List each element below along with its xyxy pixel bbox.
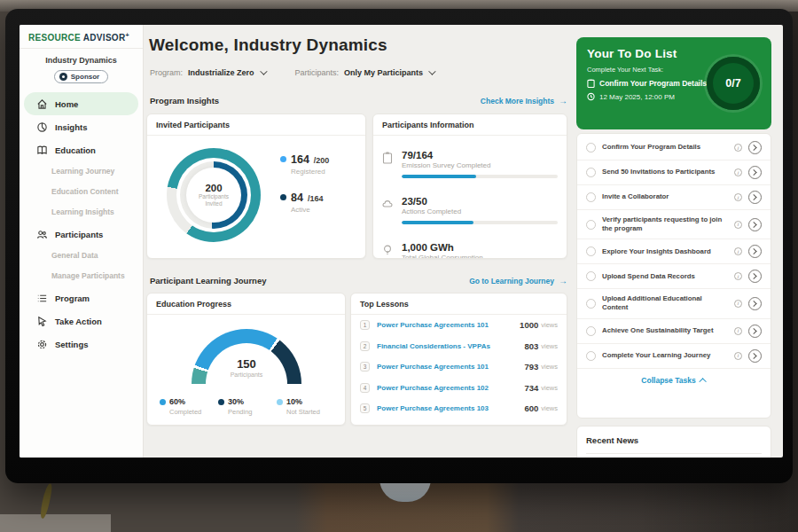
sidebar-item-settings[interactable]: Settings [24,332,138,356]
task-row[interactable]: Explore Your Insights Dashboard [577,239,771,264]
gauge-legend: 60% Completed 30% Pending 10% Not Starte… [160,397,335,416]
task-row[interactable]: Invite a Collaborator [577,185,771,210]
info-icon[interactable] [734,327,742,335]
organization-name: Industry Dynamics [20,56,143,65]
task-row[interactable]: Complete Your Learning Journey [577,344,771,369]
chevron-right-icon[interactable] [748,270,762,283]
actions-progress-bar [402,221,558,224]
lesson-link[interactable]: Power Purchase Agreements 101 [377,363,524,371]
legend-registered: 164 /200 Registered [280,153,329,176]
task-row[interactable]: Upload Spend Data Records [577,264,771,289]
page-title: Welcome, Industry Dynamics [149,35,387,55]
chevron-right-icon[interactable] [748,141,762,154]
registered-dot [280,156,286,162]
insights-icon [36,121,48,133]
task-checkbox[interactable] [586,246,596,256]
task-row[interactable]: Verify participants requesting to join t… [577,210,771,239]
cursor-action-icon [36,316,48,327]
cloud-icon [382,198,393,210]
sidebar-item-learning-insights[interactable]: Learning Insights [20,202,143,223]
lesson-row: 1 Power Purchase Agreements 101 1000 vie… [351,315,567,336]
gauge-center-label: 150 Participants [192,357,301,378]
divider [586,453,762,454]
sidebar-item-education[interactable]: Education [24,138,138,161]
survey-row: 79/164 Emission Survey Completed [382,150,558,178]
sidebar-item-program[interactable]: Program [24,286,138,309]
go-to-learning-journey-link[interactable]: Go to Learning Journey [469,276,567,286]
education-progress-card: Education Progress 150 Participants 60% … [146,293,346,426]
task-checkbox[interactable] [586,351,596,361]
lesson-link[interactable]: Financial Considerations - VPPAs [377,342,524,350]
chevron-right-icon[interactable] [748,325,762,338]
invited-donut-chart: 200 Participants Invited [167,148,261,242]
bulb-icon [382,244,393,256]
task-checkbox[interactable] [586,271,596,281]
sidebar-item-education-content[interactable]: Education Content [20,182,143,202]
todo-tasks-card: Confirm Your Program Details Send 50 Inv… [576,133,771,419]
info-icon[interactable] [734,193,742,201]
sponsor-icon [59,73,67,81]
filter-bar: Program: Industrialize Zero Participants… [150,68,434,77]
completed-dot [160,399,166,405]
chevron-right-icon[interactable] [748,297,762,310]
pending-dot [218,399,224,405]
legend-completed: 60% Completed [160,397,218,416]
collapse-tasks-link[interactable]: Collapse Tasks [577,369,771,392]
gear-icon [36,339,48,350]
task-checkbox[interactable] [586,192,596,202]
section-title: Program Insights [150,96,219,106]
task-checkbox[interactable] [586,326,596,336]
recent-news-card: Recent News [576,426,771,458]
chevron-right-icon[interactable] [748,349,762,363]
lesson-link[interactable]: Power Purchase Agreements 103 [377,404,524,412]
invited-participants-card: Invited Participants 200 Participants In… [146,113,366,259]
task-row[interactable]: Send 50 Invitations to Participants [577,160,771,185]
check-more-insights-link[interactable]: Check More Insights [481,96,567,106]
clock-icon [587,92,595,101]
chevron-right-icon[interactable] [748,166,762,179]
chevron-up-icon [699,378,706,385]
info-icon[interactable] [734,247,742,255]
task-row[interactable]: Confirm Your Program Details [577,136,771,160]
sidebar-item-participants[interactable]: Participants [24,223,138,246]
task-checkbox[interactable] [586,143,596,153]
chevron-down-icon [260,67,267,74]
task-row[interactable]: Upload Additional Educational Content [577,289,771,318]
info-icon[interactable] [734,168,742,176]
program-insights-header: Program Insights Check More Insights [150,96,567,106]
background-corner [0,514,111,532]
clipboard-icon [587,79,595,88]
participants-filter[interactable]: Participants: Only My Participants [295,68,434,77]
sidebar-item-take-action[interactable]: Take Action [24,309,138,332]
monitor-bezel: RESOURCE ADVISOR+ Industry Dynamics Spon… [5,9,793,483]
sidebar-item-manage-participants[interactable]: Manage Participants [20,266,143,286]
people-icon [36,229,48,240]
lesson-link[interactable]: Power Purchase Agreements 101 [377,321,520,329]
task-checkbox[interactable] [586,220,596,230]
program-filter[interactable]: Program: Industrialize Zero [150,68,265,77]
arrow-right-icon [559,276,567,286]
info-icon[interactable] [734,144,742,152]
chevron-right-icon[interactable] [748,191,762,204]
sidebar-item-general-data[interactable]: General Data [20,246,143,266]
todo-progress-counter: 0/7 [707,57,760,110]
sidebar-item-insights[interactable]: Insights [24,115,138,138]
donut-legend: 164 /200 Registered 84 /164 Active [280,153,329,230]
sidebar-item-learning-journey[interactable]: Learning Journey [20,161,143,182]
legend-pending: 30% Pending [218,397,277,416]
chevron-right-icon[interactable] [748,218,762,231]
info-icon[interactable] [734,352,742,360]
app-logo[interactable]: RESOURCE ADVISOR+ [20,25,143,49]
consumption-row: 1,000 GWh Total Global Consumption [382,242,558,259]
lesson-link[interactable]: Power Purchase Agreements 102 [377,384,524,392]
chevron-right-icon[interactable] [748,245,762,258]
lesson-row: 4 Power Purchase Agreements 102 734 view… [351,378,567,399]
sidebar-item-home[interactable]: Home [24,92,138,115]
info-icon[interactable] [734,272,742,280]
task-row[interactable]: Achieve One Sustainability Target [577,319,771,344]
home-icon [36,98,48,110]
task-checkbox[interactable] [586,299,596,309]
task-checkbox[interactable] [586,168,596,177]
info-icon[interactable] [734,221,742,229]
info-icon[interactable] [734,300,742,308]
